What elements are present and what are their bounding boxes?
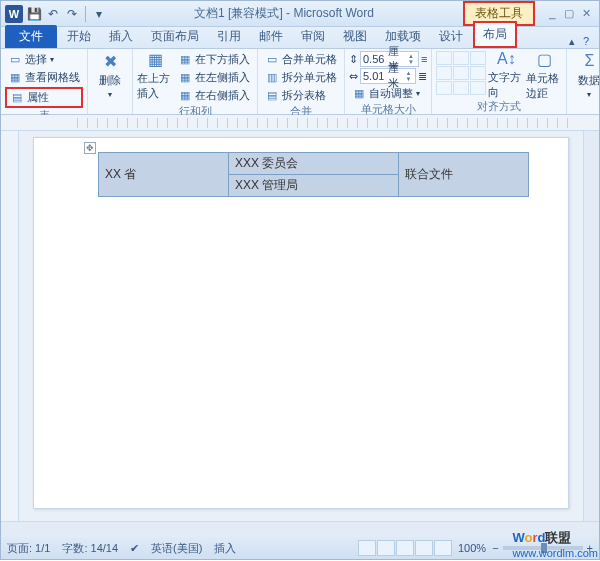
status-language[interactable]: 英语(美国) [151, 541, 202, 556]
zoom-out-icon[interactable]: − [492, 542, 498, 554]
insert-below-button[interactable]: ▦在下方插入 [175, 51, 253, 68]
status-page[interactable]: 页面: 1/1 [7, 541, 50, 556]
insert-left-button[interactable]: ▦在左侧插入 [175, 69, 253, 86]
vertical-scrollbar[interactable] [583, 131, 599, 521]
undo-icon[interactable]: ↶ [45, 6, 61, 22]
align-ml[interactable] [436, 66, 452, 80]
watermark: Word联盟 www.wordlm.com [512, 529, 598, 559]
delete-button[interactable]: ✖删除▾ [92, 51, 128, 99]
tab-insert[interactable]: 插入 [101, 25, 141, 48]
tab-review[interactable]: 审阅 [293, 25, 333, 48]
table-cell[interactable]: XX 省 [99, 153, 229, 197]
tab-file[interactable]: 文件 [5, 25, 57, 48]
text-direction-button[interactable]: A↕文字方向 [488, 51, 524, 99]
data-button[interactable]: Σ数据▾ [571, 51, 600, 99]
quick-access-toolbar: W 💾 ↶ ↷ ▾ [1, 5, 111, 23]
align-mr[interactable] [470, 66, 486, 80]
autofit-button[interactable]: ▦自动调整▾ [349, 85, 427, 102]
redo-icon[interactable]: ↷ [64, 6, 80, 22]
align-mc[interactable] [453, 66, 469, 80]
distribute-rows-icon[interactable]: ≡ [421, 53, 427, 65]
restore-icon[interactable]: ▢ [564, 7, 574, 20]
ribbon: ▭选择▾ ▦查看网格线 ▤属性 表 ✖删除▾ ▦在上方插入 ▦在下方插入 ▦在左… [1, 49, 599, 115]
save-icon[interactable]: 💾 [26, 6, 42, 22]
tab-references[interactable]: 引用 [209, 25, 249, 48]
vertical-ruler[interactable] [1, 131, 19, 521]
distribute-cols-icon[interactable]: ≣ [418, 70, 427, 83]
ribbon-tabs: 文件 开始 插入 页面布局 引用 邮件 审阅 视图 加载项 设计 布局 ▴ ? [1, 27, 599, 49]
align-br[interactable] [470, 81, 486, 95]
table-move-handle-icon[interactable]: ✥ [84, 142, 96, 154]
minimize-ribbon-icon[interactable]: ▴ [569, 35, 575, 48]
document-area: ✥ XX 省 XXX 委员会 联合文件 XXX 管理局 [1, 131, 599, 521]
window-title: 文档1 [兼容模式] - Microsoft Word [111, 5, 457, 22]
insert-above-button[interactable]: ▦在上方插入 [137, 51, 173, 99]
col-width-input[interactable]: ⇔ 5.01厘米▲▼ ≣ [349, 68, 427, 84]
gridlines-button[interactable]: ▦查看网格线 [5, 69, 83, 86]
status-mode[interactable]: 插入 [214, 541, 236, 556]
split-cells-button[interactable]: ▥拆分单元格 [262, 69, 340, 86]
minimize-icon[interactable]: ⎯ [549, 7, 556, 20]
group-cellsize: ⇕ 0.56厘米▲▼ ≡ ⇔ 5.01厘米▲▼ ≣ ▦自动调整▾ 单元格大小 [345, 49, 432, 114]
horizontal-ruler[interactable] [1, 115, 599, 131]
group-table: ▭选择▾ ▦查看网格线 ▤属性 表 [1, 49, 88, 114]
tab-layout[interactable]: 布局 [473, 21, 517, 48]
group-rows-cols: ▦在上方插入 ▦在下方插入 ▦在左侧插入 ▦在右侧插入 行和列 [133, 49, 258, 114]
view-fullscreen-icon[interactable] [377, 540, 395, 556]
properties-button[interactable]: ▤属性 [5, 87, 83, 108]
help-icon[interactable]: ? [583, 35, 589, 48]
cell-margins-button[interactable]: ▢单元格边距 [526, 51, 562, 99]
app-icon[interactable]: W [5, 5, 23, 23]
close-icon[interactable]: ✕ [582, 7, 591, 20]
view-draft-icon[interactable] [434, 540, 452, 556]
split-table-button[interactable]: ▤拆分表格 [262, 87, 340, 104]
group-merge: ▭合并单元格 ▥拆分单元格 ▤拆分表格 合并 [258, 49, 345, 114]
view-print-layout-icon[interactable] [358, 540, 376, 556]
proofing-icon[interactable]: ✔ [130, 542, 139, 555]
view-web-icon[interactable] [396, 540, 414, 556]
table-cell[interactable]: XXX 管理局 [229, 175, 399, 197]
align-tc[interactable] [453, 51, 469, 65]
group-delete: ✖删除▾ [88, 49, 133, 114]
tab-view[interactable]: 视图 [335, 25, 375, 48]
insert-right-button[interactable]: ▦在右侧插入 [175, 87, 253, 104]
merge-cells-button[interactable]: ▭合并单元格 [262, 51, 340, 68]
table-cell[interactable]: XXX 委员会 [229, 153, 399, 175]
tab-design[interactable]: 设计 [431, 25, 471, 48]
group-alignment: A↕文字方向 ▢单元格边距 对齐方式 [432, 49, 567, 114]
qat-dropdown-icon[interactable]: ▾ [91, 6, 107, 22]
view-outline-icon[interactable] [415, 540, 433, 556]
table-row: XX 省 XXX 委员会 联合文件 [99, 153, 529, 175]
align-bc[interactable] [453, 81, 469, 95]
tab-pagelayout[interactable]: 页面布局 [143, 25, 207, 48]
document-table[interactable]: XX 省 XXX 委员会 联合文件 XXX 管理局 [98, 152, 529, 197]
zoom-level[interactable]: 100% [458, 542, 486, 554]
align-tl[interactable] [436, 51, 452, 65]
align-bl[interactable] [436, 81, 452, 95]
tab-home[interactable]: 开始 [59, 25, 99, 48]
select-button[interactable]: ▭选择▾ [5, 51, 83, 68]
table-cell[interactable]: 联合文件 [399, 153, 529, 197]
align-tr[interactable] [470, 51, 486, 65]
tab-mailings[interactable]: 邮件 [251, 25, 291, 48]
document-page[interactable]: ✥ XX 省 XXX 委员会 联合文件 XXX 管理局 [33, 137, 569, 509]
horizontal-scrollbar[interactable] [1, 521, 599, 537]
status-bar: 页面: 1/1 字数: 14/14 ✔ 英语(美国) 插入 100% − + [1, 537, 599, 559]
group-data: Σ数据▾ [567, 49, 600, 114]
group-label-align: 对齐方式 [436, 99, 562, 115]
status-words[interactable]: 字数: 14/14 [62, 541, 118, 556]
